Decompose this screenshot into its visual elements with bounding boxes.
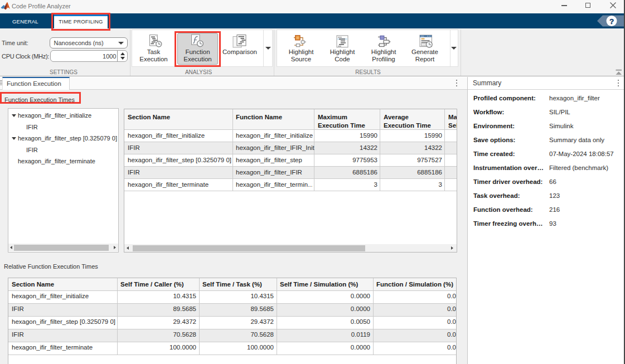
svg-text:?: ? [609,17,614,26]
